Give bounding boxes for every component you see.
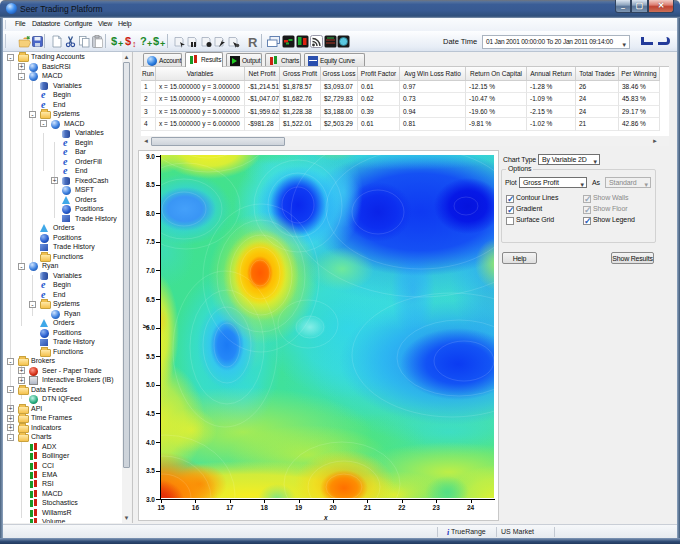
svg-text:↕: ↕	[132, 39, 137, 49]
svg-text:$: $	[111, 35, 117, 47]
svg-text:+: +	[118, 39, 123, 49]
svg-text:R: R	[248, 35, 258, 49]
svg-text:$: $	[153, 35, 159, 47]
svg-text:$: $	[125, 35, 131, 47]
svg-text:?: ?	[140, 35, 147, 47]
svg-text:+: +	[160, 39, 165, 49]
